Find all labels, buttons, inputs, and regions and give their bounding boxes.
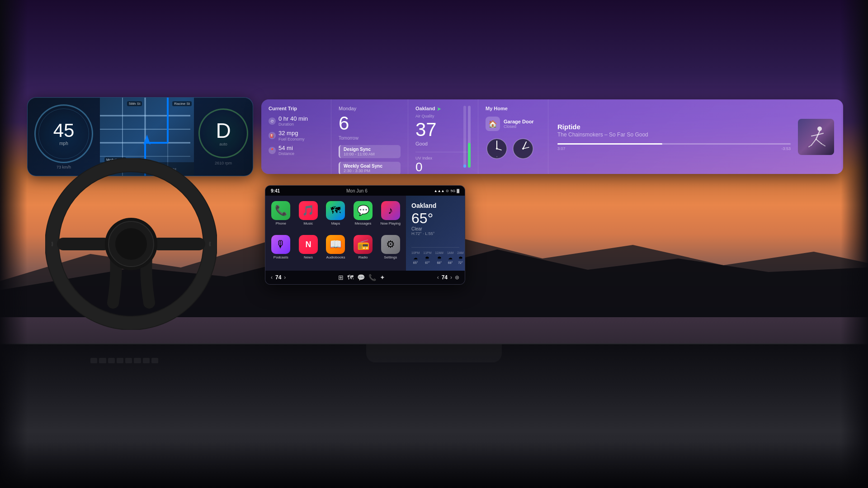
hour-time-5: 2AM xyxy=(457,251,463,254)
music-artwork-figure xyxy=(802,123,830,150)
gear-sub: auto xyxy=(219,142,227,146)
steering-wheel-area xyxy=(23,158,240,375)
calendar-event-2: Weekly Goal Sync 2:30 - 3:30 PM xyxy=(339,162,401,174)
carplay-dock: ‹ 74 › ⊞ 🗺 💬 📞 ✦ ‹ 74 › ⊛ xyxy=(265,271,465,284)
weather-hourly: 10PM ☁ 65° 11PM 🌧 67° 12AM 🌧 68° 1AM ☁ xyxy=(411,247,459,264)
hour-temp-5: 72° xyxy=(458,261,463,264)
hour-time-2: 11PM xyxy=(423,251,431,254)
app-news-icon: N xyxy=(299,235,318,254)
dock-maps-icon[interactable]: 🗺 xyxy=(347,274,354,281)
svg-point-19 xyxy=(522,148,524,150)
svg-line-26 xyxy=(809,145,811,147)
hour-icon-4: ☁ xyxy=(448,255,453,260)
clock-icon: ⏱ xyxy=(269,117,276,125)
svg-text:●: ● xyxy=(496,155,497,158)
hour-temp-3: 68° xyxy=(437,261,442,264)
hour-temp-4: 68° xyxy=(448,261,453,264)
music-artwork-inner xyxy=(798,119,834,155)
analog-clocks: ● xyxy=(486,137,541,160)
garage-door-row: 🏠 Garage Door Closed xyxy=(486,117,541,131)
svg-line-24 xyxy=(811,135,818,136)
dock-messages-icon[interactable]: 💬 xyxy=(357,274,365,281)
home-title: My Home xyxy=(486,106,541,111)
app-nowplaying[interactable]: ♪ Now Playing xyxy=(378,201,402,231)
widget-music: Riptide The Chainsmokers – So Far So Goo… xyxy=(548,99,843,174)
music-progress-fill xyxy=(557,143,662,145)
dock-climate-forward[interactable]: › xyxy=(450,274,452,281)
app-music-icon: 🎵 xyxy=(299,201,318,220)
app-messages-label: Messages xyxy=(355,221,371,225)
svg-point-14 xyxy=(496,148,498,150)
carplay-date: Mon Jun 6 xyxy=(346,188,368,193)
trip-duration-info: 0 hr 40 min Duration xyxy=(278,116,308,127)
music-song-title: Riptide xyxy=(557,123,791,131)
app-nowplaying-label: Now Playing xyxy=(380,221,400,225)
trip-economy-info: 32 mpg Fuel Economy xyxy=(278,130,305,141)
garage-icon: 🏠 xyxy=(486,117,500,131)
battery-icon: ▓ xyxy=(457,189,459,193)
app-audiobooks-icon: 📖 xyxy=(326,235,345,254)
air-quality-value: 37 xyxy=(415,120,471,139)
app-radio-label: Radio xyxy=(359,255,368,259)
infotainment-bar: Current Trip ⏱ 0 hr 40 min Duration ⛽ 32… xyxy=(261,99,843,174)
svg-point-32 xyxy=(115,228,147,260)
weather-high-low: H:72° · L:55° xyxy=(411,231,459,236)
app-audiobooks[interactable]: 📖 Audiobooks xyxy=(324,235,348,265)
speed-value: 45 xyxy=(53,121,75,140)
calendar-event-1: Design Sync 10:00 - 11:00 AM xyxy=(339,145,401,158)
trip-duration-label: Duration xyxy=(278,122,308,127)
event1-name: Design Sync xyxy=(344,147,397,152)
speed-unit: mph xyxy=(59,141,68,146)
air-quality-desc: Good xyxy=(415,141,471,146)
app-radio-icon: 📻 xyxy=(354,235,373,254)
dock-center-icons: ⊞ 🗺 💬 📞 ✦ xyxy=(338,274,385,281)
analog-clock-1: ● xyxy=(486,137,508,160)
dock-phone-icon[interactable]: 📞 xyxy=(368,274,376,281)
dock-back-arrow[interactable]: ‹ xyxy=(271,274,273,281)
hour-icon-2: 🌧 xyxy=(425,255,429,260)
app-maps[interactable]: 🗺 Maps xyxy=(324,201,348,231)
dock-right: ‹ 74 › ⊛ xyxy=(437,274,459,281)
app-messages[interactable]: 💬 Messages xyxy=(351,201,375,231)
air-quality-bar-fill xyxy=(468,143,471,168)
garage-info: Garage Door Closed xyxy=(504,119,541,129)
widget-current-trip: Current Trip ⏱ 0 hr 40 min Duration ⛽ 32… xyxy=(261,99,331,174)
weather-desc: Clear xyxy=(411,226,459,231)
wifi-icon: ⊙ xyxy=(446,189,449,193)
carplay-apps-grid: 📞 Phone 🎵 Music 🗺 Maps 💬 Messages ♪ Now … xyxy=(265,196,406,271)
music-total-time: -3:53 xyxy=(781,146,791,151)
analog-clock-2 xyxy=(512,137,534,160)
app-phone-label: Phone xyxy=(276,221,286,225)
dock-siri-icon[interactable]: ✦ xyxy=(380,274,385,281)
calendar-day-number: 6 xyxy=(339,114,401,133)
hour-icon-1: ☁ xyxy=(413,255,418,260)
app-podcasts[interactable]: 🎙 Podcasts xyxy=(269,235,293,265)
app-news[interactable]: N News xyxy=(297,235,321,265)
carplay-screen: 9:41 Mon Jun 6 ▲▲▲ ⊙ 5G ▓ 📞 Phone 🎵 Musi… xyxy=(265,185,465,285)
dock-fan-icon[interactable]: ⊛ xyxy=(455,274,459,281)
dock-forward-arrow[interactable]: › xyxy=(284,274,286,281)
app-radio[interactable]: 📻 Radio xyxy=(351,235,375,265)
uv-bar-fill xyxy=(463,164,466,168)
trip-economy-value: 32 mpg xyxy=(278,130,305,136)
hour-time-4: 1AM xyxy=(447,251,453,254)
carplay-status-bar: 9:41 Mon Jun 6 ▲▲▲ ⊙ 5G ▓ xyxy=(265,186,465,196)
map-label-racine: Racine St xyxy=(172,101,192,106)
music-current-time: 3:07 xyxy=(557,146,566,151)
app-audiobooks-label: Audiobooks xyxy=(326,255,345,259)
app-maps-icon: 🗺 xyxy=(326,201,345,220)
dock-grid-icon[interactable]: ⊞ xyxy=(338,274,344,281)
app-music[interactable]: 🎵 Music xyxy=(297,201,321,231)
dock-temp-right: 74 xyxy=(442,274,448,281)
steering-wheel-svg xyxy=(45,158,217,330)
app-phone[interactable]: 📞 Phone xyxy=(269,201,293,231)
dock-climate-back[interactable]: ‹ xyxy=(437,274,439,281)
weather-hour-4: 1AM ☁ 68° xyxy=(447,251,453,264)
svg-line-22 xyxy=(811,139,816,145)
location-arrow-icon: ➤ xyxy=(437,106,441,112)
app-settings[interactable]: ⚙ Settings xyxy=(378,235,402,265)
carplay-time: 9:41 xyxy=(271,188,280,193)
weather-temp: 65° xyxy=(411,211,459,225)
garage-device-status: Closed xyxy=(504,124,541,129)
hour-time-1: 10PM xyxy=(411,251,420,254)
